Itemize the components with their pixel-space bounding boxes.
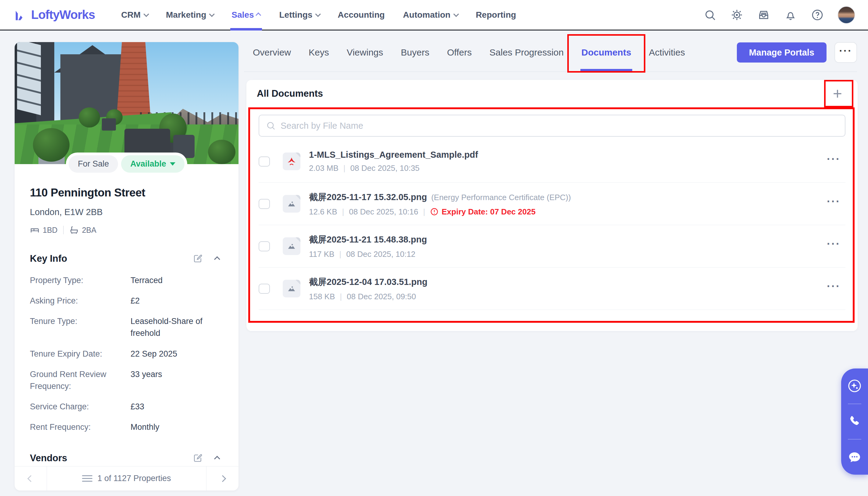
expiry-text: Expiry Date: 07 Dec 2025 — [442, 207, 536, 217]
key-info-label: Property Type: — [30, 275, 130, 286]
document-note: (Energy Performance Certificate (EPC)) — [431, 193, 571, 202]
document-list: 1-MLS_Listings_Agreement_Sample.pdf 2.03… — [259, 140, 846, 310]
nav-item[interactable]: Automation — [395, 0, 465, 30]
chat-icon[interactable] — [846, 449, 863, 466]
gear-icon[interactable] — [730, 8, 744, 22]
chevron-icon — [315, 11, 321, 17]
vendors-header: Vendors — [30, 453, 223, 464]
row-checkbox[interactable] — [259, 199, 270, 209]
app-root: LoftyWorks CRM Marketing Sales — [0, 0, 868, 496]
row-more-button[interactable]: ··· — [827, 195, 840, 212]
document-size: 12.6 KB — [309, 207, 337, 217]
phone-icon[interactable] — [846, 413, 863, 430]
nav-item-label: Marketing — [166, 10, 206, 20]
brand-logo[interactable]: LoftyWorks — [13, 8, 95, 22]
pager-text: 1 of 1127 Properties — [97, 474, 171, 483]
file-type-icon — [283, 195, 300, 213]
collapse-chevron-icon[interactable] — [212, 453, 223, 464]
dock-divider — [848, 404, 861, 404]
key-info-label: Tenure Type: — [30, 315, 130, 339]
more-actions-button[interactable]: ··· — [834, 42, 857, 63]
nav-item[interactable]: Reporting — [468, 0, 524, 30]
tab[interactable]: Activities — [640, 33, 694, 72]
document-row[interactable]: 截屏2025-12-04 17.03.51.png 158 KB | 08 De… — [259, 267, 846, 310]
key-info-value: 22 Sep 2025 — [130, 348, 223, 360]
list-icon — [82, 475, 92, 482]
row-checkbox[interactable] — [259, 284, 270, 294]
avatar[interactable] — [837, 6, 855, 24]
document-name: 截屏2025-12-04 17.03.51.png — [309, 276, 427, 288]
document-info: 截屏2025-11-17 15.32.05.png (Energy Perfor… — [309, 191, 571, 217]
file-type-icon — [283, 280, 300, 297]
prev-property-button[interactable] — [15, 466, 47, 491]
next-property-button[interactable] — [206, 466, 238, 491]
status-badges: For Sale Available — [66, 153, 187, 175]
search-input[interactable] — [281, 121, 838, 131]
tab-label: Viewings — [347, 47, 383, 58]
chevron-icon — [453, 11, 459, 17]
document-row[interactable]: 截屏2025-11-21 15.48.38.png 117 KB | 08 De… — [259, 225, 846, 267]
property-count[interactable]: 1 of 1127 Properties — [47, 466, 206, 491]
ai-sparkle-icon[interactable] — [846, 377, 863, 394]
bell-icon[interactable] — [784, 8, 797, 22]
search-icon[interactable] — [703, 8, 717, 22]
baths-feature: 2BA — [69, 225, 96, 235]
tab[interactable]: Documents — [572, 33, 640, 72]
nav-item[interactable]: CRM — [113, 0, 156, 30]
row-checkbox[interactable] — [259, 156, 270, 167]
floating-action-dock — [841, 369, 868, 475]
dock-divider — [848, 439, 861, 439]
property-title: 110 Pennington Street — [30, 186, 229, 199]
document-search — [259, 115, 846, 137]
search-icon — [266, 121, 276, 130]
key-info-value: Leasehold-Share of freehold — [130, 315, 223, 339]
key-info-label: Ground Rent Review Frequency: — [30, 369, 130, 392]
add-document-button[interactable]: + — [828, 84, 847, 104]
nav-item[interactable]: Lettings — [271, 0, 327, 30]
document-meta: 158 KB | 08 Dec 2025, 09:50 — [309, 292, 427, 301]
nav-item[interactable]: Sales — [224, 0, 269, 30]
document-row[interactable]: 截屏2025-11-17 15.32.05.png (Energy Perfor… — [259, 183, 846, 225]
expiry-warning: Expiry Date: 07 Dec 2025 — [430, 207, 536, 217]
row-more-button[interactable]: ··· — [827, 153, 840, 170]
manage-portals-button[interactable]: Manage Portals — [737, 42, 826, 63]
tab[interactable]: Offers — [438, 33, 481, 72]
nav-item[interactable]: Accounting — [330, 0, 393, 30]
property-pager: 1 of 1127 Properties — [15, 466, 238, 491]
key-info-label: Asking Price: — [30, 295, 130, 307]
nav-item-label: CRM — [121, 10, 141, 20]
tab[interactable]: Sales Progression — [481, 33, 572, 72]
property-location: London, E1W 2BB — [30, 207, 229, 217]
tab[interactable]: Viewings — [338, 33, 392, 72]
tab-actions: Manage Portals ··· — [737, 42, 857, 63]
property-panel: For Sale Available 110 Pennington Street… — [15, 42, 238, 491]
nav-item[interactable]: Marketing — [158, 0, 221, 30]
key-info-label: Rent Frequency: — [30, 421, 130, 433]
row-more-button[interactable]: ··· — [827, 238, 840, 255]
document-name: 截屏2025-11-21 15.48.38.png — [309, 234, 427, 246]
beds-value: 1BD — [43, 226, 58, 235]
tab-label: Activities — [649, 47, 685, 58]
inbox-icon[interactable] — [757, 8, 770, 22]
row-checkbox[interactable] — [259, 241, 270, 251]
document-info: 截屏2025-11-21 15.48.38.png 117 KB | 08 De… — [309, 234, 427, 259]
beds-feature: 1BD — [30, 225, 58, 235]
edit-icon[interactable] — [192, 453, 203, 464]
document-info: 截屏2025-12-04 17.03.51.png 158 KB | 08 De… — [309, 276, 427, 301]
tab[interactable]: Keys — [300, 33, 338, 72]
document-size: 158 KB — [309, 292, 335, 301]
tab[interactable]: Overview — [244, 33, 300, 72]
help-icon[interactable] — [811, 8, 824, 22]
tab[interactable]: Buyers — [392, 33, 438, 72]
document-row[interactable]: 1-MLS_Listings_Agreement_Sample.pdf 2.03… — [259, 140, 846, 183]
availability-dropdown[interactable]: Available — [121, 155, 185, 173]
brand-name: LoftyWorks — [31, 8, 95, 22]
collapse-chevron-icon[interactable] — [212, 253, 223, 264]
row-more-button[interactable]: ··· — [827, 280, 840, 297]
edit-icon[interactable] — [192, 253, 203, 264]
bath-icon — [69, 225, 79, 235]
chevron-icon — [209, 11, 215, 17]
documents-card: All Documents + — [247, 80, 858, 331]
document-name: 1-MLS_Listings_Agreement_Sample.pdf — [309, 150, 478, 160]
documents-header: All Documents + — [247, 80, 858, 107]
